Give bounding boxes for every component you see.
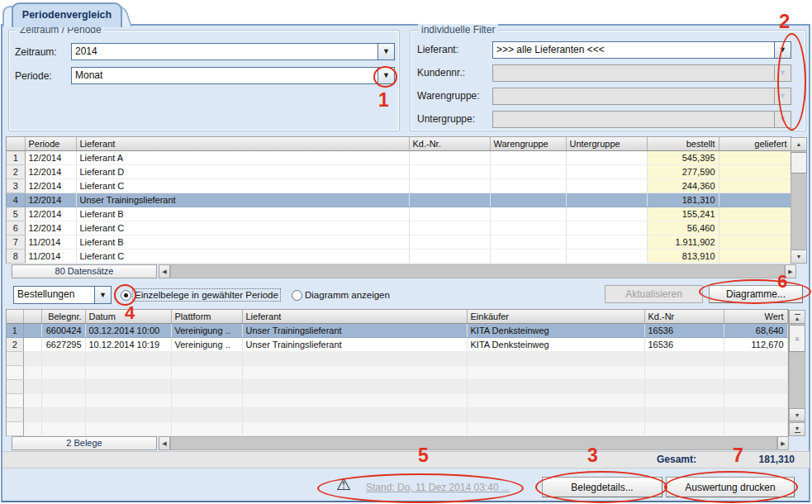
scroll-left-icon[interactable]: ◀ (159, 264, 170, 278)
gesamt-value: 181,310 (742, 454, 795, 465)
cell-periode: 12/2014 (25, 179, 76, 193)
aktualisieren-button: Aktualisieren (605, 285, 703, 303)
cell-empty (41, 408, 85, 422)
periode-select[interactable]: Monat ▼ (71, 67, 395, 84)
stand-timestamp: Stand: Do, 11 Dez 2014 03:40 ... (366, 482, 510, 493)
col-datum[interactable]: Datum (85, 310, 171, 324)
cell-empty (23, 380, 41, 394)
cell-periode: 11/2014 (25, 235, 76, 250)
col-plattform[interactable]: Plattform (171, 310, 242, 324)
filter-title: individuelle Filter (418, 24, 498, 36)
scroll-down-icon[interactable]: ▼ (791, 250, 807, 264)
radio-einzelbelege[interactable] (121, 290, 131, 301)
grip-icon: ≡ (795, 335, 799, 343)
col-warengruppe[interactable]: Warengruppe (490, 137, 566, 151)
cell-geliefert (719, 235, 791, 250)
cell-sel (23, 338, 41, 352)
warning-icon: ⚠ (336, 476, 351, 492)
table-row[interactable]: 212/2014Lieferant D277,590 (7, 165, 791, 179)
cell-lieferant: Lieferant B (76, 207, 409, 221)
scroll-right-icon[interactable]: ▶ (785, 264, 796, 278)
tab-periodenvergleich[interactable]: Periodenvergleich (12, 2, 122, 27)
table-row[interactable]: 312/2014Lieferant C244,360 (7, 179, 791, 193)
scroll-bottom-icon[interactable]: ▼ (789, 422, 805, 436)
chevron-down-icon[interactable]: ▼ (774, 42, 791, 58)
beleg-table: Belegnr. Datum Plattform Lieferant Einkä… (6, 309, 789, 436)
cell-empty (644, 380, 724, 394)
col-einkaeufer[interactable]: Einkäufer (467, 310, 644, 324)
col-belegnr[interactable]: Belegnr. (41, 310, 85, 324)
periode-label: Periode: (15, 70, 52, 82)
beleg-table-hscrollbar[interactable] (170, 436, 777, 450)
period-table-hscrollbar[interactable] (170, 264, 785, 278)
lieferant-select[interactable]: >>> alle Lieferanten <<< ▼ (492, 41, 791, 59)
periode-value: Monat (72, 68, 378, 83)
vscroll-thumb[interactable] (791, 152, 807, 174)
cell-geliefert (719, 250, 791, 264)
table-row[interactable]: 112/2014Lieferant A545,395 (7, 151, 791, 165)
scroll-top-icon[interactable]: ▲ (789, 310, 805, 324)
scroll-right-icon[interactable]: ▶ (777, 436, 789, 450)
cell-untergruppe (566, 193, 647, 207)
table-row[interactable]: 612/2014Lieferant C56,460 (7, 221, 791, 235)
cell-periode: 12/2014 (25, 165, 76, 179)
col-geliefert[interactable]: geliefert (719, 137, 791, 151)
cell-untergruppe (566, 250, 647, 264)
table-row[interactable]: 512/2014Lieferant B155,241 (7, 207, 791, 221)
auswertung-drucken-button[interactable]: Auswertung drucken (666, 477, 795, 497)
table-row[interactable]: 1660042403.12.2014 10:00Vereinigung ..Un… (7, 324, 787, 338)
table-row[interactable]: 711/2014Lieferant B1.911,902 (7, 235, 791, 250)
belegdetails-button[interactable]: Belegdetails... (542, 477, 662, 497)
scroll-up-icon[interactable]: ▲ (791, 137, 807, 151)
chevron-down-icon[interactable]: ▼ (94, 287, 111, 303)
chevron-down-icon[interactable]: ▼ (378, 68, 394, 83)
doc-type-value: Bestellungen (14, 287, 94, 303)
table-row-empty (7, 380, 787, 394)
datensaetze-count-badge[interactable]: 80 Datensätze (12, 264, 157, 278)
diagramme-button[interactable]: Diagramme... (709, 285, 803, 303)
cell-empty (23, 394, 41, 408)
cell-empty (724, 352, 787, 366)
scroll-left-icon[interactable]: ◀ (159, 436, 170, 450)
untergruppe-label: Untergruppe: (417, 113, 475, 125)
cell-num: 1 (7, 151, 25, 165)
cell-lieferant: Unser Trainingslieferant (242, 324, 467, 338)
belege-count-badge[interactable]: 2 Belege (12, 436, 157, 450)
cell-num: 7 (7, 235, 25, 250)
col-untergruppe[interactable]: Untergruppe (566, 137, 647, 151)
cell-geliefert (719, 207, 791, 221)
table-row-empty (7, 352, 787, 366)
untergruppe-select: ▼ (492, 111, 791, 128)
col-bestellt[interactable]: bestellt (647, 137, 719, 151)
cell-geliefert (719, 179, 791, 193)
radio-diagramm-label[interactable]: Diagramm anzeigen (303, 289, 392, 301)
cell-lieferant: Lieferant C (76, 179, 409, 193)
zeitraum-label: Zeitraum: (15, 46, 57, 58)
doc-type-select[interactable]: Bestellungen ▼ (13, 286, 112, 304)
col-lieferant[interactable]: Lieferant (76, 137, 409, 151)
col-lieferant[interactable]: Lieferant (242, 310, 467, 324)
vscroll-thumb[interactable]: ≡ (789, 325, 805, 352)
kundennr-value (493, 65, 774, 81)
cell-periode: 12/2014 (25, 151, 76, 165)
cell-plattform: Vereinigung .. (171, 324, 242, 338)
table-row[interactable]: 2662729510.12.2014 10:19Vereinigung ..Un… (7, 338, 787, 352)
cell-untergruppe (566, 221, 647, 235)
cell-kdnr (409, 179, 490, 193)
col-kdnr[interactable]: Kd.-Nr (644, 310, 724, 324)
table-row[interactable]: 811/2014Lieferant C813,910 (7, 250, 791, 264)
zeitraum-select[interactable]: 2014 ▼ (71, 43, 395, 60)
col-periode[interactable]: Periode (25, 137, 76, 151)
cell-empty (724, 380, 787, 394)
chevron-down-icon[interactable]: ▼ (378, 44, 394, 59)
col-wert[interactable]: Wert (724, 310, 787, 324)
scroll-down-icon[interactable]: ▼ (789, 408, 805, 421)
cell-datum: 10.12.2014 10:19 (85, 338, 171, 352)
radio-diagramm[interactable] (292, 290, 302, 301)
col-kdnr[interactable]: Kd.-Nr. (409, 137, 490, 151)
cell-num: 2 (7, 165, 25, 179)
cell-einkaeufer: KITA Denksteinweg (467, 324, 644, 338)
table-row[interactable]: 412/2014Unser Trainingslieferant181,310 (7, 193, 791, 207)
radio-einzelbelege-label[interactable]: Einzelbelege in gewählter Periode (132, 288, 281, 302)
kundennr-label: Kundennr.: (417, 67, 465, 78)
